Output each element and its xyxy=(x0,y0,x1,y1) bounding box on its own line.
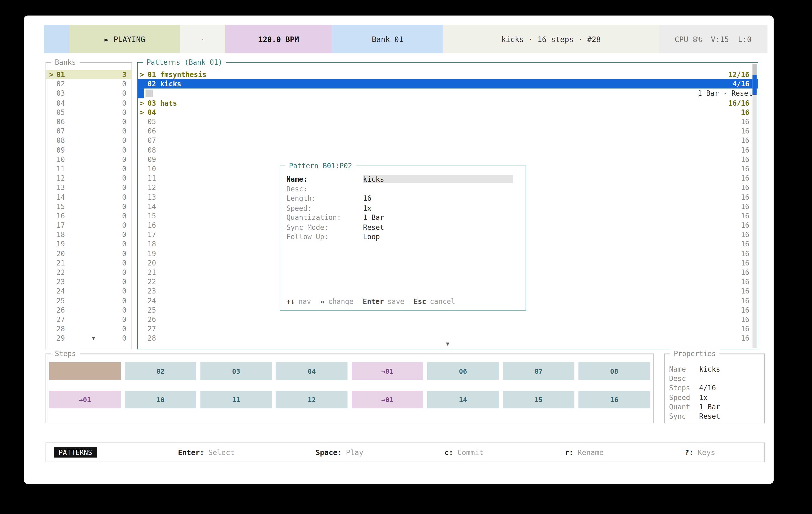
pattern-chevron-icon xyxy=(140,155,148,163)
bank-id: 13 xyxy=(57,183,65,192)
step-cell[interactable]: 04 xyxy=(276,362,348,380)
bank-row[interactable]: 190 xyxy=(46,239,132,249)
field-value: Reset xyxy=(363,223,513,231)
bank-row[interactable]: 200 xyxy=(46,249,132,258)
bank-row[interactable]: 210 xyxy=(46,258,132,267)
step-cell[interactable]: →01 xyxy=(49,391,121,408)
bank-chevron-icon xyxy=(49,231,57,239)
pattern-row[interactable]: >01fmsynthesis12/16 xyxy=(138,70,758,79)
bank-row[interactable]: 050 xyxy=(46,108,132,117)
step-cell[interactable]: 11 xyxy=(200,391,272,408)
step-cell[interactable]: 15 xyxy=(503,391,574,408)
modal-field[interactable]: Desc: xyxy=(286,184,513,193)
step-cell[interactable]: 03 xyxy=(200,362,272,380)
pattern-steps-count: 16 xyxy=(741,146,749,154)
pattern-row[interactable]: 02kicks4/16 xyxy=(138,79,758,89)
step-cell[interactable]: 06 xyxy=(427,362,499,380)
pattern-id: 04 xyxy=(148,108,156,116)
pattern-steps-count: 16 xyxy=(741,287,749,295)
bank-row[interactable]: 040 xyxy=(46,98,132,108)
bank-id: 08 xyxy=(57,136,65,145)
bank-row[interactable]: 090 xyxy=(46,145,132,154)
modal-field[interactable]: Length:16 xyxy=(286,193,513,203)
hint-label: Rename xyxy=(578,448,604,456)
hint-key: Esc xyxy=(414,297,426,305)
step-cell[interactable]: →01 xyxy=(352,362,423,380)
bank-chevron-icon xyxy=(49,118,57,126)
hint-key: ?: xyxy=(685,448,694,456)
step-cell[interactable]: 14 xyxy=(427,391,499,408)
bank-row[interactable]: 030 xyxy=(46,89,132,98)
scrollbar-thumb[interactable] xyxy=(753,75,757,95)
pattern-row[interactable]: 0916 xyxy=(138,154,758,164)
bank-row[interactable]: 240 xyxy=(46,286,132,296)
pattern-id: 20 xyxy=(148,259,156,267)
hint-label: cancel xyxy=(430,297,455,305)
modal-field[interactable]: Sync Mode:Reset xyxy=(286,222,513,232)
bank-pattern-count: 0 xyxy=(122,240,126,248)
bank-chevron-icon xyxy=(49,278,57,286)
step-cell[interactable]: 12 xyxy=(276,391,348,408)
bank-row[interactable]: 150 xyxy=(46,202,132,211)
patterns-scrollbar[interactable] xyxy=(753,64,757,348)
property-label: Sync xyxy=(669,412,699,420)
step-cell[interactable]: 07 xyxy=(503,362,574,380)
bank-chevron-icon xyxy=(49,193,57,201)
pattern-row[interactable]: 2616 xyxy=(138,314,758,324)
bank-row[interactable]: 130 xyxy=(46,183,132,192)
step-cell[interactable]: 16 xyxy=(578,391,650,408)
modal-field[interactable]: Follow Up:Loop xyxy=(286,232,513,242)
track-info-value: kicks · 16 steps · #28 xyxy=(501,35,601,43)
bank-row[interactable]: 110 xyxy=(46,164,132,173)
bank-id: 21 xyxy=(57,259,65,267)
bank-row[interactable]: 270 xyxy=(46,314,132,324)
step-cell[interactable] xyxy=(49,362,121,380)
bank-row[interactable]: 100 xyxy=(46,154,132,164)
pattern-steps-count: 16 xyxy=(741,108,749,116)
bank-row[interactable]: 29▼0 xyxy=(46,333,132,343)
step-cell[interactable]: 08 xyxy=(578,362,650,380)
bank-row[interactable]: >013 xyxy=(46,70,132,79)
bank-row[interactable]: 180 xyxy=(46,230,132,239)
pattern-name: hats xyxy=(160,99,177,107)
pattern-row[interactable]: >03hats16/16 xyxy=(138,98,758,108)
bank-chevron-icon xyxy=(49,146,57,154)
bank-pattern-count: 0 xyxy=(122,287,126,295)
bank-row[interactable]: 280 xyxy=(46,324,132,333)
bank-chevron-icon xyxy=(49,108,57,116)
bank-pattern-count: 0 xyxy=(122,80,126,88)
banks-panel: Banks >013 020 030 040 050 060 070 080 0… xyxy=(46,62,132,350)
bank-row[interactable]: 070 xyxy=(46,126,132,135)
top-status-bar: ► PLAYING · 120.0 BPM Bank 01 kicks · 16… xyxy=(44,25,767,53)
bank-row[interactable]: 020 xyxy=(46,79,132,89)
pattern-steps-count: 16 xyxy=(741,183,749,192)
bank-row[interactable]: 250 xyxy=(46,296,132,305)
bank-id: 24 xyxy=(57,287,65,295)
bank-row[interactable]: 080 xyxy=(46,136,132,145)
modal-field[interactable]: Quantization:1 Bar xyxy=(286,213,513,222)
bank-row[interactable]: 140 xyxy=(46,192,132,202)
modal-field[interactable]: Name:kicks xyxy=(286,175,513,184)
pattern-row[interactable]: 2716 xyxy=(138,324,758,333)
bank-id: 26 xyxy=(57,306,65,314)
pattern-row[interactable]: >0416 xyxy=(138,108,758,117)
field-value[interactable]: kicks xyxy=(363,175,513,183)
step-cell[interactable]: 02 xyxy=(125,362,196,380)
properties-list: NamekicksDesc-Steps4/16Speed1xQuant1 Bar… xyxy=(665,354,764,421)
pattern-chevron-icon: > xyxy=(140,70,148,79)
pattern-row[interactable]: 0716 xyxy=(138,136,758,145)
pattern-row[interactable]: 0616 xyxy=(138,126,758,135)
bank-row[interactable]: 220 xyxy=(46,268,132,277)
pattern-row[interactable]: 0816 xyxy=(138,145,758,154)
step-cell[interactable]: →01 xyxy=(352,391,423,408)
bank-row[interactable]: 260 xyxy=(46,305,132,314)
bank-row[interactable]: 160 xyxy=(46,211,132,220)
pattern-chevron-icon xyxy=(140,249,148,258)
bank-row[interactable]: 170 xyxy=(46,220,132,230)
modal-field[interactable]: Speed:1x xyxy=(286,203,513,213)
bank-row[interactable]: 230 xyxy=(46,277,132,286)
step-cell[interactable]: 10 xyxy=(125,391,196,408)
bank-row[interactable]: 060 xyxy=(46,117,132,126)
pattern-row[interactable]: 0516 xyxy=(138,117,758,126)
bank-row[interactable]: 120 xyxy=(46,173,132,183)
